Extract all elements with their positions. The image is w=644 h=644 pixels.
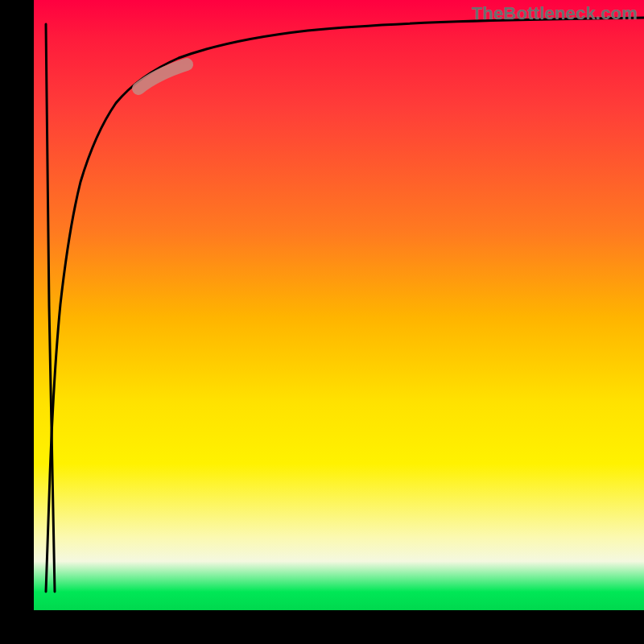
y-axis-frame <box>0 0 34 644</box>
x-axis-frame <box>0 610 644 644</box>
plot-area: TheBottleneck.com <box>34 0 644 610</box>
initial-drop-line <box>46 24 55 592</box>
chart-stage: TheBottleneck.com <box>0 0 644 644</box>
highlight-marker <box>138 64 187 89</box>
bottleneck-curve <box>34 0 644 610</box>
main-curve-line <box>46 18 644 592</box>
